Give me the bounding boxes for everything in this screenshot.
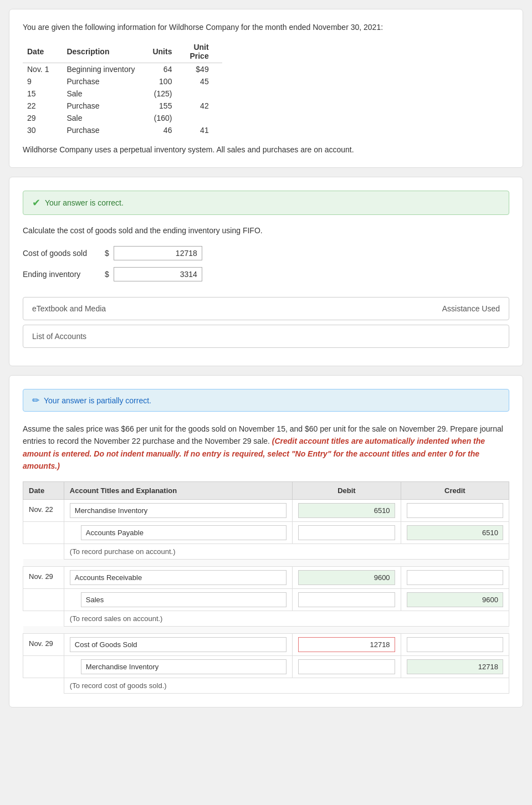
spacer-row	[23, 626, 509, 633]
note-cell: (To record purchase on account.)	[64, 543, 509, 559]
account-cell	[64, 566, 292, 588]
cogs-input[interactable]	[114, 246, 202, 260]
account-cell	[64, 633, 292, 655]
credit-input[interactable]	[407, 525, 503, 540]
ending-inv-input[interactable]	[114, 267, 202, 281]
account-title-input[interactable]	[81, 659, 287, 674]
fifo-card: ✔ Your answer is correct. Calculate the …	[9, 177, 523, 366]
debit-cell	[293, 499, 401, 521]
credit-input[interactable]	[407, 503, 503, 518]
cell-desc: Sale	[62, 112, 148, 124]
cell-units: (160)	[148, 112, 185, 124]
debit-cell	[293, 588, 401, 611]
ending-inv-label: Ending inventory	[23, 270, 100, 279]
debit-cell	[293, 633, 401, 655]
account-cell	[64, 499, 292, 521]
journal-date-cell	[23, 655, 64, 678]
journal-row	[23, 588, 509, 611]
debit-input[interactable]	[298, 570, 395, 585]
note-date-cell	[23, 611, 64, 626]
col-unit-price: UnitPrice	[185, 40, 222, 63]
th-credit: Credit	[401, 481, 509, 499]
journal-date-cell: Nov. 22	[23, 499, 64, 521]
col-date: Date	[23, 40, 62, 63]
list-accounts-row[interactable]: List of Accounts	[23, 325, 509, 348]
debit-input[interactable]	[298, 525, 395, 540]
credit-input[interactable]	[407, 592, 503, 607]
cell-date: 22	[23, 100, 62, 112]
cell-units: (125)	[148, 88, 185, 100]
credit-cell	[401, 499, 509, 521]
spacer-row	[23, 559, 509, 566]
correct-banner-text: Your answer is correct.	[45, 198, 124, 207]
cell-date: 9	[23, 75, 62, 88]
cell-units: 155	[148, 100, 185, 112]
cogs-dollar: $	[105, 249, 109, 258]
journal-row: Nov. 29	[23, 566, 509, 588]
account-title-input[interactable]	[70, 570, 287, 585]
cell-desc: Purchase	[62, 75, 148, 88]
pencil-icon: ✏	[32, 395, 39, 406]
correct-banner: ✔ Your answer is correct.	[23, 191, 509, 215]
ending-inv-dollar: $	[105, 270, 109, 279]
credit-input[interactable]	[407, 570, 503, 585]
cell-units: 64	[148, 63, 185, 76]
account-title-input[interactable]	[81, 525, 287, 540]
credit-input[interactable]	[407, 659, 503, 674]
account-title-input[interactable]	[70, 503, 287, 518]
th-date: Date	[23, 481, 64, 499]
account-cell	[64, 655, 292, 678]
debit-input[interactable]	[298, 592, 395, 607]
journal-card: ✏ Your answer is partially correct. Assu…	[9, 375, 523, 707]
cell-units: 46	[148, 124, 185, 136]
intro-text: You are given the following information …	[23, 23, 509, 32]
journal-row: (To record sales on account.)	[23, 611, 509, 626]
debit-cell	[293, 655, 401, 678]
table-row: 30 Purchase 46 41	[23, 124, 222, 136]
table-row: 22 Purchase 155 42	[23, 100, 222, 112]
note-date-cell	[23, 678, 64, 693]
note-cell: (To record sales on account.)	[64, 611, 509, 626]
cell-date: 30	[23, 124, 62, 136]
account-title-input[interactable]	[70, 637, 287, 652]
cogs-row: Cost of goods sold $	[23, 246, 509, 260]
fifo-question: Calculate the cost of goods sold and the…	[23, 226, 509, 235]
credit-cell	[401, 655, 509, 678]
note-cell: (To record cost of goods sold.)	[64, 678, 509, 693]
ending-inv-row: Ending inventory $	[23, 267, 509, 281]
cell-price: 42	[185, 100, 222, 112]
table-row: 15 Sale (125)	[23, 88, 222, 100]
cell-date: 29	[23, 112, 62, 124]
credit-cell	[401, 566, 509, 588]
etextbook-label: eTextbook and Media	[32, 304, 106, 313]
partial-banner: ✏ Your answer is partially correct.	[23, 389, 509, 412]
table-row: Nov. 1 Beginning inventory 64 $49	[23, 63, 222, 76]
debit-input[interactable]	[298, 659, 395, 674]
th-debit: Debit	[293, 481, 401, 499]
debit-input[interactable]	[298, 637, 395, 652]
journal-date-cell	[23, 521, 64, 543]
assistance-label: Assistance Used	[442, 304, 500, 313]
col-units: Units	[148, 40, 185, 63]
journal-row: (To record cost of goods sold.)	[23, 678, 509, 693]
credit-cell	[401, 633, 509, 655]
debit-input[interactable]	[298, 503, 395, 518]
cell-desc: Purchase	[62, 100, 148, 112]
journal-row	[23, 655, 509, 678]
cell-date: Nov. 1	[23, 63, 62, 76]
cell-price: 41	[185, 124, 222, 136]
cell-price: $49	[185, 63, 222, 76]
note-date-cell	[23, 543, 64, 559]
account-cell	[64, 588, 292, 611]
cell-price	[185, 88, 222, 100]
check-icon: ✔	[32, 197, 40, 209]
cell-desc: Beginning inventory	[62, 63, 148, 76]
th-account: Account Titles and Explanation	[64, 481, 292, 499]
journal-table: Date Account Titles and Explanation Debi…	[23, 481, 509, 694]
etextbook-row[interactable]: eTextbook and Media Assistance Used	[23, 297, 509, 320]
cell-price: 45	[185, 75, 222, 88]
account-title-input[interactable]	[81, 592, 287, 607]
credit-input[interactable]	[407, 637, 503, 652]
problem-text-1: Assume the sales price was $66 per unit …	[23, 423, 509, 473]
cogs-label: Cost of goods sold	[23, 249, 100, 258]
